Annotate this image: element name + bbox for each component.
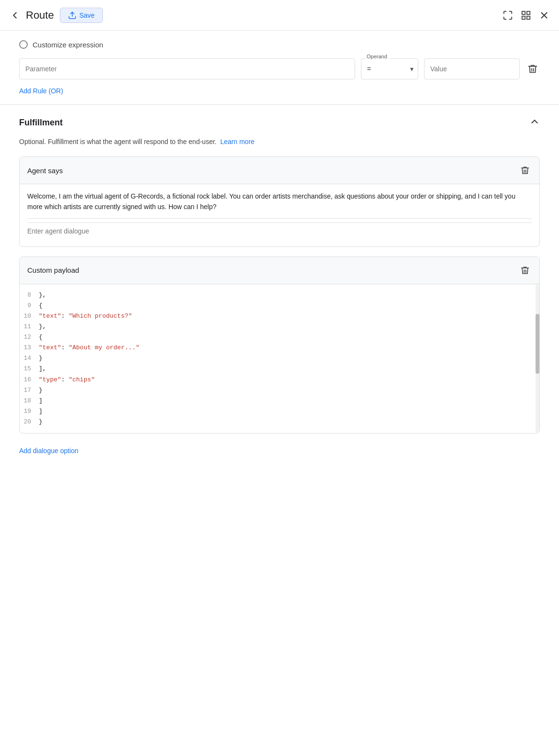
value-input[interactable]	[424, 58, 520, 79]
code-text: ]	[39, 406, 43, 417]
add-dialogue-option-link[interactable]: Add dialogue option	[19, 447, 78, 455]
line-number: 17	[20, 385, 39, 396]
line-number: 8	[20, 290, 39, 300]
line-number: 13	[20, 343, 39, 353]
operand-select[interactable]: = != < >	[361, 58, 418, 79]
table-row: 16 "type": "chips"	[20, 375, 534, 385]
section-divider	[0, 104, 559, 105]
table-row: 17 }	[20, 385, 534, 396]
agent-says-title: Agent says	[27, 167, 63, 175]
parameter-input[interactable]	[19, 58, 355, 79]
line-number: 20	[20, 417, 39, 427]
svg-rect-2	[527, 11, 530, 14]
customize-radio[interactable]	[19, 40, 28, 49]
add-rule-link[interactable]: Add Rule (OR)	[19, 87, 63, 95]
operand-group: Operand = != < > ▾	[361, 58, 418, 79]
line-number: 18	[20, 396, 39, 406]
line-number: 15	[20, 364, 39, 374]
scrollbar-thumb[interactable]	[536, 314, 539, 373]
code-editor[interactable]: 8 },9 {10 "text": "Which products?"11 },…	[20, 284, 534, 433]
customize-label: Customize expression	[33, 41, 103, 49]
learn-more-link[interactable]: Learn more	[220, 138, 255, 145]
line-number: 11	[20, 322, 39, 332]
code-text: "type": "chips"	[39, 375, 95, 385]
agent-says-card-header: Agent says	[20, 157, 539, 184]
save-label: Save	[79, 11, 95, 19]
fulfillment-title: Fulfillment	[19, 118, 63, 128]
code-text: },	[39, 290, 46, 300]
table-row: 18 ]	[20, 396, 534, 406]
table-row: 11 },	[20, 322, 534, 332]
svg-rect-3	[522, 16, 525, 19]
table-row: 10 "text": "Which products?"	[20, 311, 534, 322]
delete-rule-button[interactable]	[525, 62, 540, 76]
line-number: 9	[20, 300, 39, 311]
table-row: 8 },	[20, 290, 534, 300]
grid-icon[interactable]	[521, 10, 531, 21]
save-button[interactable]: Save	[60, 8, 103, 23]
code-text: }	[39, 385, 43, 396]
operand-label: Operand	[366, 54, 388, 59]
table-row: 9 {	[20, 300, 534, 311]
header-icons	[503, 10, 549, 21]
custom-payload-card-header: Custom payload	[20, 257, 539, 284]
agent-says-card: Agent says Welcome, I am the virtual age…	[19, 156, 540, 247]
line-number: 16	[20, 375, 39, 385]
code-text: },	[39, 322, 46, 332]
table-row: 12 {	[20, 332, 534, 343]
dialogue-input-wrapper	[27, 218, 532, 240]
back-button[interactable]	[10, 10, 20, 21]
fulfillment-section-header: Fulfillment	[19, 116, 540, 129]
table-row: 14 }	[20, 353, 534, 364]
svg-rect-1	[522, 11, 525, 14]
table-row: 20}	[20, 417, 534, 427]
svg-rect-4	[527, 16, 530, 19]
header: Route Save	[0, 0, 559, 31]
code-text: }	[39, 417, 43, 427]
fulfillment-description: Optional. Fulfillment is what the agent …	[19, 137, 540, 147]
line-number: 10	[20, 311, 39, 322]
table-row: 19 ]	[20, 406, 534, 417]
code-text: {	[39, 332, 43, 343]
code-text: {	[39, 300, 43, 311]
table-row: 15 ],	[20, 364, 534, 374]
agent-response-text: Welcome, I am the virtual agent of G-Rec…	[27, 191, 532, 212]
custom-payload-title: Custom payload	[27, 266, 79, 274]
code-text: "text": "Which products?"	[39, 311, 132, 322]
code-text: }	[39, 353, 43, 364]
code-text: ]	[39, 396, 43, 406]
line-number: 19	[20, 406, 39, 417]
dialogue-input[interactable]	[27, 222, 532, 240]
code-text: ],	[39, 364, 46, 374]
delete-agent-says-button[interactable]	[518, 164, 532, 177]
fulfillment-section: Fulfillment Optional. Fulfillment is wha…	[19, 116, 540, 455]
scrollbar-track	[536, 284, 539, 433]
collapse-button[interactable]	[529, 116, 540, 129]
close-icon[interactable]	[539, 10, 549, 21]
delete-custom-payload-button[interactable]	[518, 264, 532, 277]
main-content: Customize expression Operand = != < > ▾ …	[0, 31, 559, 464]
rule-row: Operand = != < > ▾	[19, 58, 540, 79]
table-row: 13 "text": "About my order..."	[20, 343, 534, 353]
line-number: 14	[20, 353, 39, 364]
line-number: 12	[20, 332, 39, 343]
code-text: "text": "About my order..."	[39, 343, 140, 353]
maximize-icon[interactable]	[503, 10, 513, 21]
code-editor-area: 8 },9 {10 "text": "Which products?"11 },…	[20, 284, 539, 433]
customize-expression-row: Customize expression	[19, 40, 540, 49]
custom-payload-card: Custom payload 8 },9 {10 "text": "Which …	[19, 256, 540, 434]
page-title: Route	[26, 9, 54, 22]
agent-says-body: Welcome, I am the virtual agent of G-Rec…	[20, 184, 539, 246]
